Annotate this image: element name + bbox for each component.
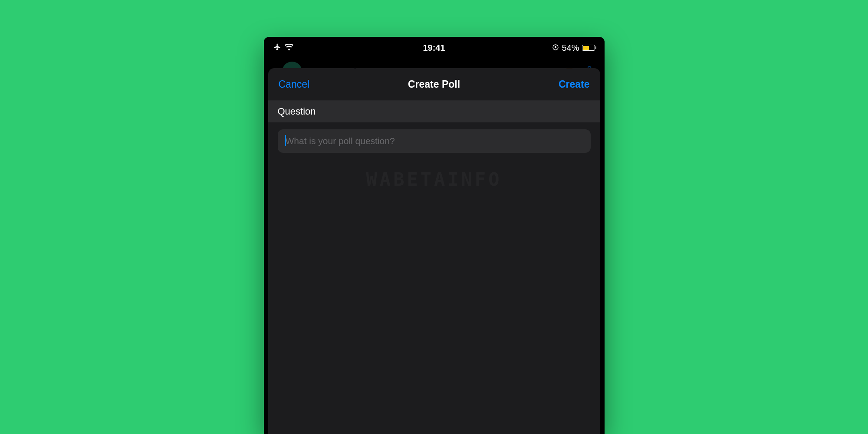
phone-screen: 19:41 54% ‹ W8! WABetaInfo	[264, 37, 605, 434]
watermark-text-2: WABETAINFO	[268, 169, 600, 190]
create-button[interactable]: Create	[559, 79, 590, 90]
question-input-wrapper	[268, 122, 600, 160]
poll-question-input[interactable]	[278, 129, 591, 153]
cancel-button[interactable]: Cancel	[279, 79, 310, 90]
text-cursor	[285, 135, 286, 146]
status-bar: 19:41 54%	[264, 37, 605, 59]
question-section-label: Question	[268, 101, 600, 122]
airplane-mode-icon	[273, 43, 281, 53]
battery-percent: 54%	[562, 43, 579, 53]
wifi-icon	[285, 43, 293, 53]
create-poll-modal: WABETAINFO WABETAINFO Cancel Create Poll…	[268, 68, 600, 434]
status-right: 54%	[552, 43, 595, 53]
modal-header: Cancel Create Poll Create	[268, 68, 600, 101]
modal-title: Create Poll	[408, 79, 460, 90]
status-left	[273, 43, 293, 53]
orientation-lock-icon	[552, 43, 559, 53]
status-time: 19:41	[423, 43, 445, 53]
battery-icon	[582, 45, 595, 51]
